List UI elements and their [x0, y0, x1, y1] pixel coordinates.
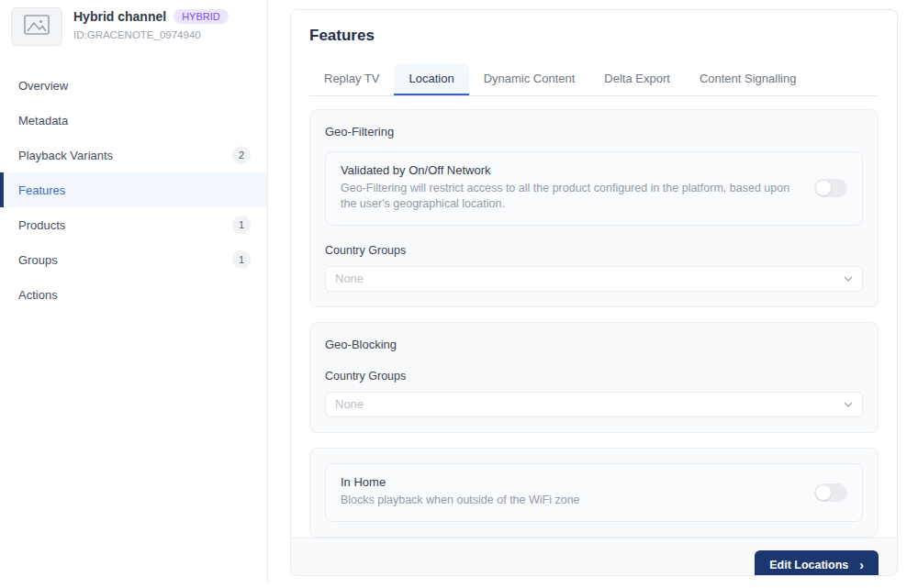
validated-network-card: Validated by On/Off Network Geo-Filterin…: [325, 151, 863, 226]
sidebar-item-overview[interactable]: Overview: [0, 68, 267, 103]
chevron-down-icon: [844, 402, 853, 407]
section-title: Geo-Filtering: [325, 125, 863, 139]
section-title: Geo-Blocking: [325, 338, 863, 351]
sidebar: Hybrid channel HYBRID ID:GRACENOTE_09749…: [0, 0, 268, 582]
setting-description: Geo-Filtering will restrict access to al…: [341, 181, 807, 212]
channel-thumbnail: [11, 7, 62, 46]
page-title: Features: [309, 27, 879, 45]
count-badge: 1: [232, 216, 251, 234]
chevron-right-icon: ›: [859, 559, 864, 571]
toggle-knob: [816, 485, 831, 500]
sidebar-item-playback-variants[interactable]: Playback Variants 2: [0, 138, 267, 172]
tab-replay-tv[interactable]: Replay TV: [309, 63, 394, 95]
tab-content-signalling[interactable]: Content Signalling: [685, 63, 812, 95]
panel-footer: Edit Locations ›: [291, 538, 897, 576]
sidebar-item-label: Actions: [18, 288, 58, 302]
setting-title: In Home: [341, 475, 807, 489]
toggle-knob: [816, 181, 831, 195]
channel-header: Hybrid channel HYBRID ID:GRACENOTE_09749…: [0, 0, 267, 59]
select-value: None: [335, 397, 364, 411]
geo-filtering-country-groups-select[interactable]: None: [325, 266, 863, 292]
sidebar-item-products[interactable]: Products 1: [0, 207, 267, 242]
tab-delta-export[interactable]: Delta Export: [589, 63, 685, 95]
geo-blocking-country-groups-select[interactable]: None: [325, 392, 863, 417]
sidebar-item-label: Features: [18, 183, 65, 197]
tab-dynamic-content[interactable]: Dynamic Content: [469, 63, 590, 95]
sidebar-item-groups[interactable]: Groups 1: [0, 242, 267, 277]
sidebar-item-metadata[interactable]: Metadata: [0, 103, 267, 138]
in-home-section: In Home Blocks playback when outside of …: [309, 448, 879, 538]
sidebar-nav: Overview Metadata Playback Variants 2 Fe…: [0, 68, 267, 312]
geo-filtering-toggle[interactable]: [814, 179, 847, 197]
sidebar-item-label: Playback Variants: [18, 149, 113, 162]
count-badge: 1: [232, 250, 251, 269]
sidebar-item-label: Metadata: [18, 114, 68, 128]
edit-locations-label: Edit Locations: [769, 559, 848, 571]
sidebar-item-label: Overview: [18, 79, 68, 93]
country-groups-label: Country Groups: [325, 244, 863, 257]
in-home-card: In Home Blocks playback when outside of …: [325, 463, 863, 522]
geo-blocking-section: Geo-Blocking Country Groups None: [309, 322, 879, 433]
sidebar-item-label: Groups: [18, 253, 58, 267]
in-home-toggle[interactable]: [814, 483, 847, 502]
channel-type-badge: HYBRID: [174, 9, 229, 24]
edit-locations-button[interactable]: Edit Locations ›: [755, 550, 879, 576]
feature-tabs: Replay TV Location Dynamic Content Delta…: [309, 63, 879, 96]
chevron-down-icon: [844, 276, 853, 282]
sidebar-item-features[interactable]: Features: [0, 172, 267, 207]
features-panel: Features Replay TV Location Dynamic Cont…: [290, 9, 898, 576]
setting-description: Blocks playback when outside of the WiFi…: [341, 493, 807, 508]
count-badge: 2: [232, 146, 251, 164]
geo-filtering-section: Geo-Filtering Validated by On/Off Networ…: [309, 109, 879, 307]
select-value: None: [335, 272, 364, 285]
country-groups-label: Country Groups: [325, 370, 863, 383]
channel-id: ID:GRACENOTE_0974940: [73, 29, 229, 40]
setting-title: Validated by On/Off Network: [341, 163, 807, 177]
sidebar-item-label: Products: [18, 218, 65, 232]
sidebar-item-actions[interactable]: Actions: [0, 277, 267, 312]
image-placeholder-icon: [24, 15, 50, 39]
tab-location[interactable]: Location: [394, 63, 468, 95]
channel-title: Hybrid channel: [73, 9, 166, 24]
